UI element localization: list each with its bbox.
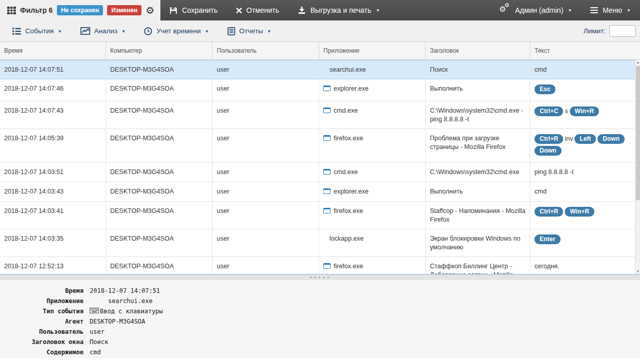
cell-computer: DESKTOP-M3G4SOA: [106, 163, 213, 182]
text-segment: s: [565, 108, 568, 115]
cancel-button[interactable]: Отменить: [227, 0, 288, 20]
table-row[interactable]: 2018-12-07 14:07:51DESKTOP-M3G4SOAuserse…: [0, 60, 635, 79]
table-row[interactable]: 2018-12-07 14:03:41DESKTOP-M3G4SOAuserfi…: [0, 202, 635, 229]
window-icon: [323, 263, 331, 269]
cell-computer: DESKTOP-M3G4SOA: [106, 182, 213, 201]
column-header-application[interactable]: Приложение: [319, 42, 426, 59]
window-icon: [323, 208, 331, 213]
cell-text: cmd: [530, 60, 635, 79]
cell-time: 2018-12-07 14:07:43: [0, 101, 106, 129]
panel-splitter-handle[interactable]: ▪ ▪ ▪ ▪ ▪: [0, 274, 640, 280]
key-badge: Left: [574, 134, 596, 144]
cell-user: user: [213, 229, 319, 256]
table-body: 2018-12-07 14:07:51DESKTOP-M3G4SOAuserse…: [0, 60, 640, 274]
gears-icon: ⚙⚙: [499, 6, 510, 15]
chevron-down-icon: ▼: [121, 30, 126, 34]
scrollbar-thumb[interactable]: [636, 66, 640, 200]
menu-reports[interactable]: Отчеты ▼: [220, 27, 279, 35]
key-badge: Win+R: [565, 207, 594, 217]
table-row[interactable]: 2018-12-07 14:03:35DESKTOP-M3G4SOAuserlo…: [0, 229, 635, 257]
cell-text: Ctrl+RinvLeftDownDown: [530, 129, 635, 162]
cell-title: Стаффкоп Биллинг Центр - Добавление заяв…: [426, 257, 530, 274]
text-segment: cmd: [534, 66, 547, 73]
table-row[interactable]: 2018-12-07 14:03:43DESKTOP-M3G4SOAuserex…: [0, 182, 635, 202]
keyboard-icon: [90, 306, 99, 316]
table-row[interactable]: 2018-12-07 12:52:13DESKTOP-M3G4SOAuserfi…: [0, 257, 635, 274]
table-row[interactable]: 2018-12-07 14:07:46DESKTOP-M3G4SOAuserex…: [0, 79, 635, 101]
export-print-button[interactable]: Выгрузка и печать ▼: [288, 0, 389, 20]
detail-value-text: Ввод с клавиатуры: [100, 306, 163, 316]
status-badge-unsaved: Не сохранен: [57, 5, 103, 15]
detail-value-text: DESKTOP-M3G4SOA: [90, 316, 145, 327]
column-header-time[interactable]: Время: [0, 42, 106, 59]
cell-time: 2018-12-07 12:52:13: [0, 257, 106, 274]
menu-events[interactable]: События ▼: [5, 27, 69, 35]
cell-text: Enter: [530, 229, 635, 256]
column-header-title[interactable]: Заголовок: [426, 42, 530, 59]
main-menu-button[interactable]: Меню ▼: [581, 0, 640, 20]
cell-time: 2018-12-07 14:07:51: [0, 60, 106, 79]
limit-input[interactable]: [609, 25, 636, 37]
app-name: firefox.exe: [334, 207, 363, 215]
detail-value-text: cmd: [90, 347, 101, 357]
key-badge: Ctrl+R: [534, 207, 563, 217]
key-badge: Esc: [534, 84, 555, 94]
hamburger-icon: [590, 7, 598, 14]
key-badge: Ctrl+R: [534, 134, 563, 144]
scroll-down-arrow-icon[interactable]: ▼: [636, 269, 640, 274]
detail-value-text: 2018-12-07 14:07:51: [90, 286, 160, 296]
filter-settings-gear-icon[interactable]: ⚙: [146, 6, 154, 15]
save-button[interactable]: Сохранить: [160, 0, 227, 20]
column-header-computer[interactable]: Компьютер: [106, 42, 213, 59]
detail-value: searchui.exe: [84, 296, 153, 306]
menu-time-tracking[interactable]: Учет времени ▼: [137, 27, 216, 35]
cell-user: user: [213, 202, 319, 229]
window-icon: [323, 108, 331, 113]
cell-application: firefox.exe: [319, 202, 426, 229]
cell-application: firefox.exe: [319, 257, 426, 274]
vertical-scrollbar[interactable]: ▲ ▼: [635, 60, 640, 274]
detail-label: Заголовок окна: [0, 337, 84, 347]
detail-value: Ввод с клавиатуры: [84, 306, 163, 316]
chevron-down-icon: ▼: [568, 9, 572, 13]
cell-time: 2018-12-07 14:07:46: [0, 79, 106, 101]
chevron-down-icon: ▼: [376, 9, 380, 13]
cell-time: 2018-12-07 14:03:43: [0, 182, 106, 201]
cell-text: Esc: [530, 79, 635, 101]
detail-value: 2018-12-07 14:07:51: [84, 286, 160, 296]
detail-value: Поиск: [84, 337, 108, 347]
text-segment: ping 8.8.8.8 -t: [534, 168, 573, 176]
key-badge: Down: [597, 134, 625, 144]
menu-analysis[interactable]: Анализ ▼: [73, 27, 133, 35]
table-header: Время Компьютер Пользователь Приложение …: [0, 42, 640, 60]
chevron-down-icon: ▼: [58, 30, 62, 34]
key-badge: Win+R: [570, 106, 600, 116]
table-row[interactable]: 2018-12-07 14:03:51DESKTOP-M3G4SOAusercm…: [0, 163, 635, 182]
x-icon: [236, 8, 242, 13]
column-header-text[interactable]: Текст: [530, 42, 640, 59]
cell-title: Staffcop - Напоминания - Mozilla Firefox: [426, 202, 530, 229]
cell-computer: DESKTOP-M3G4SOA: [106, 129, 213, 162]
cell-time: 2018-12-07 14:03:35: [0, 229, 106, 256]
cell-application: explorer.exe: [319, 182, 426, 201]
status-badge-changed: Изменен: [107, 5, 141, 15]
detail-value: DESKTOP-M3G4SOA: [84, 316, 145, 327]
table-row[interactable]: 2018-12-07 14:05:39DESKTOP-M3G4SOAuserfi…: [0, 129, 635, 163]
detail-label: Содержимое: [0, 347, 84, 357]
text-segment: inv: [565, 135, 573, 142]
detail-row: Приложениеsearchui.exe: [0, 296, 640, 306]
detail-label: Приложение: [0, 296, 84, 306]
column-header-user[interactable]: Пользователь: [213, 42, 319, 59]
detail-row: Содержимоеcmd: [0, 347, 640, 357]
scroll-up-arrow-icon[interactable]: ▲: [636, 60, 640, 65]
detail-row: Пользовательuser: [0, 327, 640, 337]
clock-icon: [144, 27, 152, 35]
admin-menu-button[interactable]: ⚙⚙ Админ (admin) ▼: [490, 0, 581, 20]
filter-title: Фильтр 6: [20, 6, 53, 14]
table-row[interactable]: 2018-12-07 14:07:43DESKTOP-M3G4SOAusercm…: [0, 101, 635, 129]
detail-label: Время: [0, 286, 84, 296]
app-name: cmd.exe: [334, 107, 358, 114]
cell-title: Выполнить: [426, 182, 530, 201]
tab-filter-6[interactable]: Фильтр 6 Не сохранен Изменен ⚙: [0, 0, 160, 20]
window-icon: [323, 169, 331, 175]
